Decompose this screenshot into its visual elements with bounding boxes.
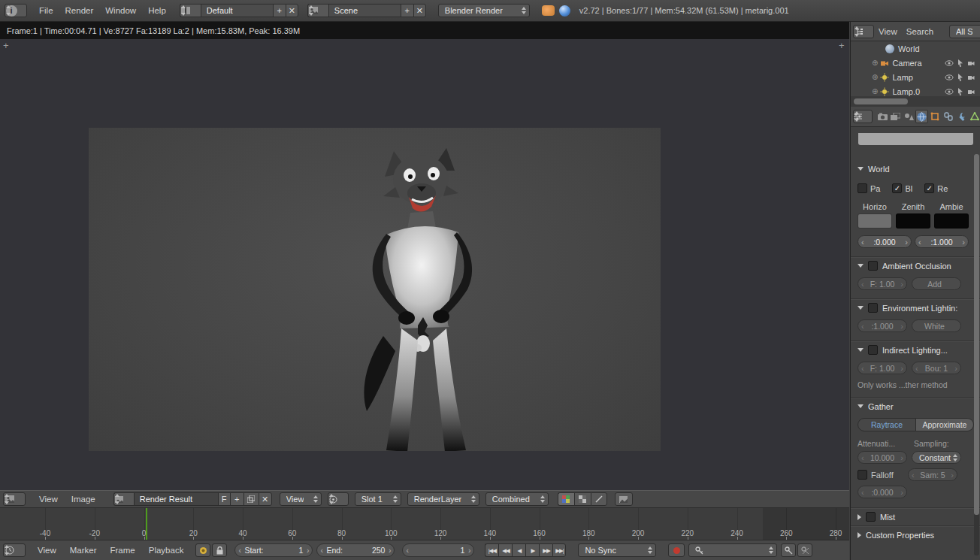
visibility-eye-icon[interactable]	[945, 73, 954, 82]
draw-channels-z-button[interactable]	[591, 492, 607, 506]
record-button[interactable]	[668, 543, 685, 557]
outliner-scope-dropdown[interactable]: All S	[949, 25, 980, 38]
tab-render-layers[interactable]	[889, 110, 902, 123]
tab-modifiers[interactable]	[955, 110, 968, 123]
visibility-eye-icon[interactable]	[945, 87, 954, 96]
renderability-camera-icon[interactable]	[967, 59, 976, 68]
region-expand-left-icon[interactable]: +	[3, 41, 9, 50]
ambient-color-swatch[interactable]	[934, 213, 969, 229]
tab-object[interactable]	[929, 110, 942, 123]
samples-slider[interactable]: Sam: 5	[908, 468, 957, 481]
indirect-lighting-checkbox[interactable]	[868, 345, 878, 355]
sampling-type-dropdown[interactable]: Constant	[912, 451, 961, 464]
menu-playback[interactable]: Playback	[143, 542, 190, 558]
panel-header-indirect-lighting[interactable]: Indirect Lighting...	[851, 341, 980, 359]
pack-image-button[interactable]	[243, 492, 259, 506]
play-reverse-button[interactable]: ◀	[512, 543, 525, 557]
image-name-field[interactable]: Render Result	[134, 492, 218, 506]
current-frame-field[interactable]: 1	[402, 543, 474, 557]
tab-world[interactable]	[915, 110, 928, 123]
add-scene-button[interactable]: +	[401, 4, 413, 17]
delete-keyframe-button[interactable]	[797, 543, 812, 557]
menu-file[interactable]: File	[33, 2, 59, 19]
falloff-checkbox[interactable]	[858, 470, 867, 480]
expand-icon[interactable]: ⊕	[872, 59, 878, 67]
image-paint-button[interactable]	[615, 492, 633, 506]
play-button[interactable]: ▶	[525, 543, 539, 557]
previous-keyframe-button[interactable]: ◀◀	[498, 543, 512, 557]
editor-type-button[interactable]	[853, 110, 873, 123]
menu-view[interactable]: View	[874, 23, 902, 40]
jump-to-end-button[interactable]: ▶▶|	[552, 543, 566, 557]
indirect-bounces-slider[interactable]: Bou: 1	[912, 362, 961, 374]
raytrace-toggle[interactable]: Raytrace	[858, 418, 916, 431]
render-engine-dropdown[interactable]: Blender Render	[438, 4, 530, 17]
outliner-horizontal-scrollbar[interactable]	[851, 96, 980, 107]
menu-view[interactable]: View	[32, 542, 62, 558]
horizon-color-swatch[interactable]	[858, 213, 892, 229]
environment-lighting-checkbox[interactable]	[868, 303, 878, 313]
env-color-dropdown[interactable]: White	[912, 319, 961, 332]
preview-range-button[interactable]	[195, 543, 210, 557]
menu-help[interactable]: Help	[142, 2, 172, 19]
menu-render[interactable]: Render	[59, 2, 100, 19]
selectability-cursor-icon[interactable]	[956, 59, 965, 68]
panel-header-environment-lighting[interactable]: Environment Lightin:	[851, 299, 980, 316]
properties-scrollbar[interactable]	[974, 154, 979, 555]
menu-marker[interactable]: Marker	[64, 542, 103, 558]
panel-header-world[interactable]: World	[851, 160, 980, 177]
new-image-button[interactable]: +	[230, 492, 243, 506]
start-frame-field[interactable]: Start:1	[234, 543, 313, 557]
panel-header-gather[interactable]: Gather	[851, 398, 980, 415]
screen-layout-name-field[interactable]: Default	[201, 4, 273, 17]
panel-header-mist[interactable]: Mist	[851, 508, 980, 525]
expand-icon[interactable]: ⊕	[872, 73, 878, 81]
tab-object-data[interactable]	[968, 110, 980, 123]
region-expand-right-icon[interactable]: +	[839, 41, 845, 50]
screen-layout-browse-button[interactable]	[180, 4, 201, 17]
pivot-dropdown[interactable]	[328, 492, 349, 506]
outliner-item-lamp-001[interactable]: ⊕ Lamp.0	[851, 84, 980, 96]
scene-browse-button[interactable]	[307, 4, 328, 17]
paper-sky-checkbox[interactable]	[858, 183, 867, 193]
indirect-factor-slider[interactable]: F: 1.00	[858, 362, 907, 374]
panel-header-custom-properties[interactable]: Custom Properties	[851, 526, 980, 543]
exposure-slider[interactable]: :0.000	[858, 235, 912, 248]
end-frame-field[interactable]: End:250	[316, 543, 395, 557]
sync-dropdown[interactable]: No Sync	[578, 543, 656, 557]
timeline-ruler[interactable]: -40-200204060801001201401601802002202402…	[0, 508, 849, 540]
attenuation-distance-slider[interactable]: 10.000	[858, 451, 907, 464]
tab-scene[interactable]	[903, 110, 915, 123]
menu-view[interactable]: View	[33, 491, 64, 507]
outliner-item-camera[interactable]: ⊕ Camera	[851, 56, 980, 70]
menu-image[interactable]: Image	[65, 491, 101, 507]
selectability-cursor-icon[interactable]	[956, 73, 965, 82]
insert-keyframe-button[interactable]	[781, 543, 796, 557]
falloff-strength-slider[interactable]: :0.000	[858, 486, 907, 498]
renderability-camera-icon[interactable]	[967, 73, 976, 82]
draw-channels-alpha-button[interactable]	[574, 492, 591, 506]
mist-checkbox[interactable]	[866, 512, 876, 522]
menu-window[interactable]: Window	[99, 2, 142, 19]
ao-blend-dropdown[interactable]: Add	[912, 277, 961, 290]
selectability-cursor-icon[interactable]	[956, 87, 965, 96]
visibility-eye-icon[interactable]	[945, 59, 954, 68]
delete-layout-button[interactable]: ✕	[286, 4, 298, 17]
unlink-image-button[interactable]: ✕	[259, 492, 272, 506]
outliner-item-world[interactable]: World	[851, 41, 980, 56]
menu-frame[interactable]: Frame	[104, 542, 141, 558]
menu-search[interactable]: Search	[902, 23, 938, 40]
image-browse-button[interactable]	[113, 492, 134, 506]
scrollbar-thumb[interactable]	[854, 98, 908, 104]
image-editor-viewport[interactable]: + +	[0, 39, 849, 490]
editor-type-button[interactable]	[3, 492, 26, 506]
ao-factor-slider[interactable]: F: 1.00	[858, 277, 907, 290]
tab-render[interactable]	[876, 110, 889, 123]
blend-sky-checkbox[interactable]	[892, 183, 902, 193]
renderability-camera-icon[interactable]	[967, 87, 976, 96]
render-pass-dropdown[interactable]: Combined	[485, 492, 549, 506]
env-energy-slider[interactable]: :1.000	[858, 319, 907, 332]
tab-constraints[interactable]	[942, 110, 954, 123]
panel-header-ambient-occlusion[interactable]: Ambient Occlusion	[851, 257, 980, 274]
lock-range-button[interactable]	[212, 543, 227, 557]
